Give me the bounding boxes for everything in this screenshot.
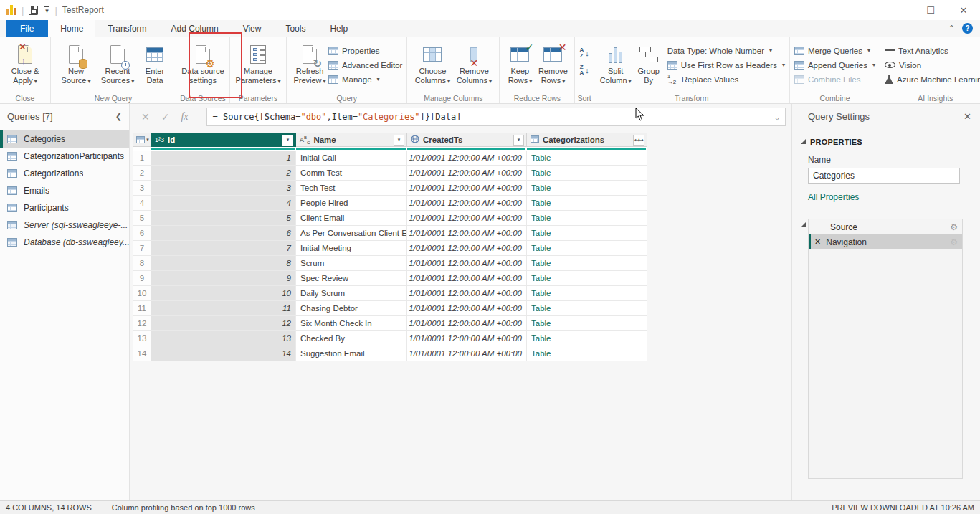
tab-transform[interactable]: Transform [95,20,158,37]
row-number[interactable]: 13 [133,331,151,346]
cell-categorizations[interactable]: Table [527,166,647,181]
filter-dropdown-icon[interactable]: ▾ [513,135,524,146]
cell-categorizations[interactable]: Table [527,226,647,241]
row-number[interactable]: 9 [133,271,151,286]
maximize-button[interactable]: ☐ [914,0,947,20]
row-number[interactable]: 11 [133,301,151,316]
cell-categorizations[interactable]: Table [527,301,647,316]
query-item[interactable]: Categorizations [0,165,129,182]
merge-queries-button[interactable]: Merge Queries▾ [794,44,875,57]
query-item[interactable]: Participants [0,199,129,216]
applied-step-source[interactable]: Source⚙ [809,219,962,234]
advanced-editor-button[interactable]: Advanced Editor [328,59,402,71]
select-all-corner-button[interactable]: ▾ [133,133,151,147]
cell-categorizations[interactable]: Table [527,316,647,331]
formula-input[interactable]: = Source{[Schema="dbo",Item="Categories"… [206,108,786,126]
tab-home[interactable]: Home [48,20,95,37]
remove-rows-button[interactable]: ✕ Remove Rows▾ [536,40,570,85]
expander-icon[interactable] [801,139,806,144]
tab-help[interactable]: Help [318,20,360,37]
properties-button[interactable]: Properties [328,44,402,57]
query-item[interactable]: Categories [0,130,129,148]
enter-data-button[interactable]: Enter Data [138,40,171,85]
azure-machine-learning-button[interactable]: Azure Machine Learning [885,73,980,85]
manage-button[interactable]: Manage▾ [328,73,402,85]
step-settings-gear-icon[interactable]: ⚙ [950,237,958,247]
cell-categorizations[interactable]: Table [527,256,647,271]
formula-cancel-icon[interactable]: ✕ [141,111,150,123]
close-button[interactable]: ✕ [947,0,980,20]
text-analytics-button[interactable]: Text Analytics [885,44,980,57]
filter-dropdown-icon[interactable]: ▾ [282,135,293,146]
keep-rows-button[interactable]: ✓ Keep Rows▾ [504,40,536,85]
tab-tools[interactable]: Tools [273,20,318,37]
sort-descending-button[interactable]: ZA ↓ [579,65,589,76]
row-number[interactable]: 6 [133,226,151,241]
applied-step-navigation[interactable]: ✕Navigation⚙ [809,234,962,249]
filter-dropdown-icon[interactable]: ▾ [394,135,404,146]
group-by-button[interactable]: Group By [633,40,665,85]
row-number[interactable]: 12 [133,316,151,331]
row-number[interactable]: 14 [133,346,151,361]
sort-ascending-button[interactable]: AZ ↓ [579,47,589,59]
quick-access-toolbar-dropdown-icon[interactable]: ▾ [44,6,49,14]
cell-categorizations[interactable]: Table [527,196,647,211]
query-item[interactable]: Server (sql-ssweagleeye-... [0,216,129,234]
collapse-ribbon-icon[interactable]: ⌃ [948,24,955,33]
collapse-pane-icon[interactable]: ❮ [115,112,122,121]
manage-parameters-button[interactable]: Manage Parameters▾ [234,40,282,85]
recent-sources-button[interactable]: Recent Sources▾ [97,40,138,85]
remove-columns-button[interactable]: ✕ Remove Columns▾ [453,40,495,85]
tab-add-column[interactable]: Add Column [159,20,231,37]
data-type-button[interactable]: Data Type: Whole Number▾ [667,44,785,57]
row-number[interactable]: 1 [133,151,151,166]
cell-categorizations[interactable]: Table [527,286,647,301]
save-icon[interactable] [29,6,38,15]
query-item[interactable]: CategorizationParticipants [0,148,129,165]
cell-categorizations[interactable]: Table [527,331,647,346]
step-settings-gear-icon[interactable]: ⚙ [950,222,958,232]
expand-formula-bar-icon[interactable]: ⌄ [775,113,779,121]
tab-view[interactable]: View [231,20,274,37]
column-header-categorizations[interactable]: Categorizations↤↦ [527,133,647,147]
column-header-createdts[interactable]: CreatedTs▾ [407,133,527,147]
replace-values-button[interactable]: 1→2 Replace Values [667,73,785,85]
split-column-button[interactable]: Split Column▾ [599,40,633,85]
formula-commit-icon[interactable]: ✓ [161,111,170,123]
row-number[interactable]: 5 [133,211,151,226]
query-item[interactable]: Emails [0,182,129,199]
query-item[interactable]: Database (db-ssweagleey... [0,234,129,251]
close-pane-icon[interactable]: ✕ [964,111,971,122]
cell-categorizations[interactable]: Table [527,181,647,196]
append-queries-button[interactable]: Append Queries▾ [794,59,875,71]
expand-column-icon[interactable]: ↤↦ [633,135,644,146]
use-first-row-as-headers-button[interactable]: Use First Row as Headers▾ [667,59,785,71]
minimize-button[interactable]: — [881,0,914,20]
cell-categorizations[interactable]: Table [527,151,647,166]
close-and-apply-button[interactable]: ✕ ↑ Close & Apply▾ [4,40,46,85]
row-number[interactable]: 3 [133,181,151,196]
row-number[interactable]: 10 [133,286,151,301]
cell-categorizations[interactable]: Table [527,241,647,256]
cell-categorizations[interactable]: Table [527,271,647,286]
delete-step-icon[interactable]: ✕ [814,237,821,247]
row-number[interactable]: 7 [133,241,151,256]
data-source-settings-button[interactable]: ⚙ Data source settings [181,40,225,85]
tab-file[interactable]: File [6,20,48,37]
combine-files-button[interactable]: Combine Files [794,73,875,85]
help-icon[interactable]: ? [962,23,973,34]
row-number[interactable]: 2 [133,166,151,181]
cell-categorizations[interactable]: Table [527,346,647,361]
all-properties-link[interactable]: All Properties [808,192,859,202]
row-number[interactable]: 4 [133,196,151,211]
refresh-preview-button[interactable]: ↻ Refresh Preview▾ [291,40,328,85]
row-number[interactable]: 8 [133,256,151,271]
choose-columns-button[interactable]: Choose Columns▾ [411,40,453,85]
column-header-name[interactable]: ABCName▾ [296,133,407,147]
column-header-id[interactable]: 1²3Id▾ [151,133,296,147]
query-name-input[interactable] [808,168,960,184]
vision-button[interactable]: Vision [885,59,980,71]
new-source-button[interactable]: New Source▾ [55,40,97,85]
cell-categorizations[interactable]: Table [527,211,647,226]
expander-icon[interactable] [801,222,806,227]
